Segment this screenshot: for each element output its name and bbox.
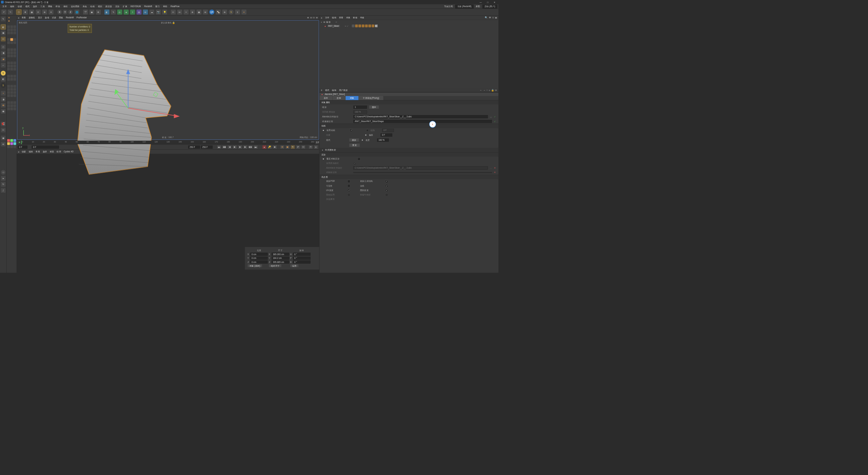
menu-扩展[interactable]: 扩展	[121, 4, 129, 8]
time-remap-toggle[interactable]: 时间重映射	[325, 149, 336, 152]
om-eye-icon[interactable]: 👁	[489, 16, 491, 19]
extra1-button[interactable]: ⊡	[171, 10, 176, 15]
layout-dropdown[interactable]: 启动 (用户)	[482, 4, 497, 8]
menu-体积[interactable]: 体积	[62, 4, 69, 8]
prev-key-button[interactable]: ◀◀	[222, 145, 226, 149]
color-grid-1[interactable]	[7, 25, 16, 34]
misc-b[interactable]	[12, 115, 15, 118]
attr-tab-3[interactable]: 平滑着色(Phong)	[359, 96, 384, 100]
om-menu-标签[interactable]: 标签	[353, 16, 357, 19]
faceset-checkbox[interactable]	[385, 189, 388, 192]
close-button[interactable]: ✕	[493, 1, 496, 3]
om-item-row[interactable]: ▲ RKT_Slicer ▪▫ ✓ ▣	[319, 24, 498, 28]
maximize-button[interactable]: □	[486, 1, 489, 3]
vp-icon-4[interactable]: ⊞	[316, 16, 318, 19]
pos-y-field[interactable]: 0 cm	[250, 256, 268, 260]
color-grid-4[interactable]	[7, 61, 16, 70]
minimize-button[interactable]: —	[479, 1, 482, 3]
snap-toggle[interactable]: 🧲	[1, 121, 6, 127]
om-search-icon[interactable]: 🔍	[485, 16, 488, 19]
boole-button[interactable]: ◊	[130, 10, 135, 15]
nodespace-dropdown[interactable]: 当前 (Redshift)	[455, 4, 473, 8]
poly-select-tool[interactable]: ⤴	[1, 188, 6, 193]
frame-start-field[interactable]: 0 F	[18, 146, 27, 149]
mat-menu-材质[interactable]: 材质	[50, 150, 54, 153]
keyframe-sel-button[interactable]: ◆	[273, 145, 277, 149]
om-menu-对象[interactable]: 对象	[346, 16, 351, 19]
om-menu-书签[interactable]: 书签	[360, 16, 364, 19]
attr-lock-icon[interactable]: 🔒	[491, 89, 494, 91]
extra2-button[interactable]: ⊟	[177, 10, 182, 15]
workplane-mode[interactable]: ⊡	[1, 36, 6, 42]
vp-menu-Redshift[interactable]: Redshift	[66, 16, 74, 19]
coord-system-toggle[interactable]: 🌐	[74, 10, 80, 15]
prev-frame-button[interactable]: ◀	[228, 145, 232, 149]
key-rot-button[interactable]: ↻	[291, 145, 295, 149]
qr-button[interactable]: QR	[209, 10, 215, 15]
vp-menu-显示[interactable]: 显示	[38, 16, 42, 19]
vis-checkbox[interactable]	[348, 184, 350, 187]
upd-psr-checkbox[interactable]	[348, 180, 350, 183]
color-grid-5[interactable]	[7, 75, 16, 80]
rot-b-field[interactable]: 0 °	[293, 261, 311, 264]
color-grid-7[interactable]	[7, 101, 16, 110]
vp-icon-1[interactable]: ⊕	[307, 16, 309, 19]
generator2-button[interactable]: ◈	[123, 10, 129, 15]
override-radio[interactable]	[322, 158, 324, 160]
move-tool[interactable]: ✥	[23, 10, 28, 15]
record-button[interactable]: ●	[262, 145, 267, 149]
timeline-options-button[interactable]: ≡	[314, 145, 318, 149]
lasso-tool[interactable]: ↻	[1, 182, 6, 187]
texture-mode[interactable]: ▦	[1, 31, 6, 36]
axis-x-toggle[interactable]: X	[57, 10, 62, 15]
size-z-field[interactable]: 395.865 cm	[272, 261, 289, 264]
om-item-tags[interactable]: ▣	[352, 24, 378, 27]
misc-a[interactable]	[8, 115, 11, 118]
attr-hamburger[interactable]: ≡	[321, 89, 322, 91]
attr-menu-用户数据[interactable]: 用户数据	[339, 89, 348, 91]
spline-button[interactable]: ✎	[111, 10, 116, 15]
offset-radio[interactable]	[364, 134, 367, 136]
coord-apply-button[interactable]: 应用	[290, 264, 298, 267]
workplane-button[interactable]: ▦	[196, 10, 202, 15]
play-button[interactable]: ▶	[238, 145, 242, 149]
object-manager[interactable]: ▸ ⊞ 备份 ▪▫ ▲ RKT_Slicer ▪▫ ✓ ▣	[319, 20, 498, 88]
make-editable-button[interactable]: ✎	[1, 16, 6, 22]
place-tool[interactable]: ✛	[48, 10, 54, 15]
menu-选择[interactable]: 选择	[32, 4, 39, 8]
sculpt-s-mode[interactable]: S	[1, 71, 6, 76]
live-select-tool[interactable]: ⬭	[1, 170, 6, 175]
menu-Redshift[interactable]: Redshift	[143, 4, 153, 8]
menu-模式[interactable]: 模式	[24, 4, 31, 8]
vp-icon-2[interactable]: ⊟	[310, 16, 312, 19]
menu-INSYDIUM[interactable]: INSYDIUM	[129, 4, 142, 8]
layer-mode2[interactable]: ▦	[1, 109, 6, 114]
attr-nav-up[interactable]: ↑	[487, 89, 488, 91]
vp-menu-查看[interactable]: 查看	[22, 16, 26, 19]
scale-unit-select[interactable]: 厘米	[369, 105, 379, 109]
color-grid-3[interactable]	[7, 48, 16, 57]
vp-menu-面板[interactable]: 面板	[59, 16, 63, 19]
redo-button[interactable]: ↷	[7, 10, 13, 15]
viewport-solo[interactable]: ◨	[1, 97, 6, 102]
timeline-ruler[interactable]: ◆ 01020304050607080901001101201301401501…	[17, 140, 319, 145]
menu-编辑[interactable]: 编辑	[9, 4, 16, 8]
perspective-viewport[interactable]: 透视视图 默认摄像机 🔒 Number of emitters: 0 Total…	[17, 20, 319, 140]
menu-角色[interactable]: 角色	[81, 4, 88, 8]
mat-menu-编辑[interactable]: 编辑	[29, 150, 33, 153]
use-anim-radio[interactable]	[322, 129, 324, 132]
menu-工具[interactable]: 工具	[39, 4, 46, 8]
menu-RealFlow[interactable]: RealFlow	[169, 4, 181, 8]
scale-tool[interactable]: ▦	[29, 10, 35, 15]
timeline-marker-icon[interactable]: ◆	[19, 141, 20, 144]
generator-button[interactable]: ◎	[117, 10, 122, 15]
speed-radio[interactable]	[361, 139, 363, 141]
vp-menu-ProRender[interactable]: ProRender	[77, 16, 87, 19]
vp-icon-3[interactable]: ⊡	[313, 16, 315, 19]
last-tool[interactable]: ⊕	[42, 10, 47, 15]
size-x-field[interactable]: 385.093 cm	[272, 253, 289, 256]
play-back-button[interactable]: ▶	[233, 145, 237, 149]
menu-样条[interactable]: 样条	[54, 4, 61, 8]
light-button[interactable]: 💡	[162, 10, 167, 15]
attr-tab-1[interactable]: 坐标	[333, 96, 346, 100]
